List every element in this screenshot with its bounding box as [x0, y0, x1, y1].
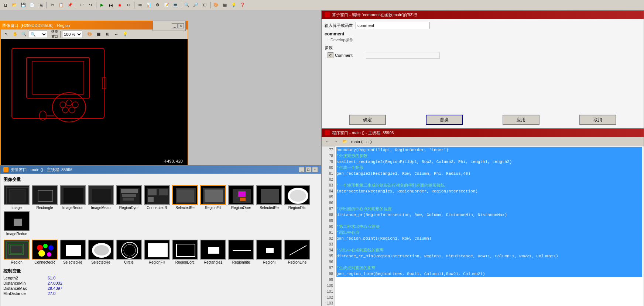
thumb-ImageReduc1[interactable]: ImageReduc — [59, 185, 86, 210]
thumb-Region[interactable]: Region — [3, 240, 30, 264]
zoom-select[interactable]: 🔍 — [29, 31, 47, 38]
undo-btn[interactable]: ↩ — [78, 1, 86, 9]
thumb-RegionDilc[interactable]: RegionDilc — [284, 185, 311, 210]
thumb-RegionBorc[interactable]: RegionBorc — [172, 240, 198, 264]
var-win-minimize[interactable]: _ — [299, 167, 305, 172]
var-win-maximize[interactable]: □ — [305, 167, 311, 172]
cut-btn[interactable]: ✂ — [48, 1, 56, 9]
filter-tool[interactable]: ▦ — [95, 30, 103, 38]
thumb-box-ImageMean[interactable] — [88, 185, 114, 205]
thumb-box-SelectedRe3[interactable] — [60, 240, 86, 260]
thumb-box-ConnectedR1[interactable] — [144, 185, 170, 205]
pointer-tool[interactable]: ↖ — [2, 30, 10, 38]
thumb-box-Circle[interactable] — [116, 240, 142, 260]
saveas-btn[interactable]: 📄 — [28, 1, 36, 9]
thumb-box-ConnectedR2[interactable] — [32, 240, 58, 260]
open-btn[interactable]: 📂 — [10, 1, 18, 9]
var-win-close[interactable]: × — [312, 167, 318, 172]
thumb-box-SelectedRe4[interactable] — [88, 240, 114, 260]
copy-btn[interactable]: 📋 — [57, 1, 65, 9]
light-btn[interactable]: 💡 — [230, 1, 238, 9]
light2-btn[interactable]: 💡 — [121, 30, 129, 38]
cancel-btn[interactable]: 取消 — [579, 115, 616, 125]
thumb-ConnectedR1[interactable]: ConnectedR — [144, 185, 170, 210]
thumb-box-SelectedRe1[interactable] — [172, 185, 198, 205]
prog-back-btn[interactable]: ← — [323, 138, 331, 146]
thumb-RegionI[interactable]: RegionI — [256, 240, 282, 264]
thumb-Circle[interactable]: Circle — [116, 240, 142, 264]
thumb-box-RegionLine[interactable] — [284, 240, 310, 260]
code-area[interactable]: boundary(RegionFillUp1, RegionBorder, 'i… — [335, 146, 644, 306]
apply-btn[interactable]: 应用 — [503, 115, 539, 125]
thumb-box-RegionInte[interactable] — [228, 240, 254, 260]
breakpoint-btn[interactable]: ⊙ — [124, 1, 133, 9]
thumb-SelectedRe2[interactable]: SelectedRe — [256, 185, 282, 210]
thumb-SelectedRe3[interactable]: SelectedRe — [59, 240, 86, 264]
operator-btn[interactable]: ⚙ — [154, 1, 162, 9]
zoom-out-btn[interactable]: 🔎 — [192, 1, 200, 9]
thumb-RegionLine[interactable]: RegionLine — [284, 240, 311, 264]
redo-btn[interactable]: ↪ — [86, 1, 95, 9]
thumb-box-Rectangle1[interactable] — [200, 240, 226, 260]
thumb-box-Image[interactable] — [4, 185, 30, 205]
color-btn[interactable]: 🎨 — [212, 1, 220, 9]
thumb-SelectedRe1[interactable]: SelectedRe — [172, 185, 198, 210]
prog-forward-btn[interactable]: → — [332, 138, 340, 146]
zoom-fit-btn[interactable]: ⊡ — [201, 1, 209, 9]
program-btn[interactable]: 💻 — [171, 1, 179, 9]
thumb-box-RegionDynI[interactable] — [116, 185, 142, 205]
assist-btn[interactable]: ❓ — [239, 1, 247, 9]
extra-btn1[interactable]: ⊞ — [103, 30, 112, 38]
variable-btn[interactable]: 📝 — [162, 1, 171, 9]
print-btn[interactable]: 🖨 — [37, 1, 45, 9]
save-btn[interactable]: 💾 — [19, 1, 27, 9]
thumb-SelectedRe4[interactable]: SelectedRe — [88, 240, 114, 264]
thumb-box-Region[interactable] — [4, 240, 30, 260]
collapsed-close[interactable]: × — [178, 23, 184, 28]
profile-btn[interactable]: 📊 — [145, 1, 153, 9]
thumb-box-RegionDilc[interactable] — [284, 185, 310, 205]
param-input-Comment[interactable] — [366, 52, 440, 59]
new-btn[interactable]: 🗋 — [1, 1, 10, 9]
thumb-Rectangle[interactable]: Rectangle — [31, 185, 58, 210]
zoom-in-btn[interactable]: 🔍 — [183, 1, 191, 9]
hand-tool[interactable]: ✋ — [11, 30, 19, 38]
watch-btn[interactable]: 👁 — [136, 1, 144, 9]
color-tool[interactable]: 🎨 — [86, 30, 94, 38]
replace-btn[interactable]: 普换 — [426, 115, 463, 125]
filter-btn[interactable]: ▦ — [221, 1, 229, 9]
paste-btn[interactable]: 📌 — [66, 1, 74, 9]
collapsed-min[interactable]: _ — [172, 23, 178, 28]
thumb-Image[interactable]: Image — [3, 185, 30, 210]
thumb-ImageMean[interactable]: ImageMean — [88, 185, 114, 210]
thumb-ImageReduc2[interactable]: ImageReduc — [3, 211, 30, 236]
code-line-103 — [336, 300, 642, 306]
zoom-percent-select[interactable]: 100 % — [62, 31, 82, 38]
extra-btn2[interactable]: ↔ — [112, 30, 120, 38]
prog-open-btn[interactable]: 📂 — [341, 138, 349, 146]
thumb-RegionDynI[interactable]: RegionDynI — [116, 185, 142, 210]
image-canvas[interactable]: ✛498, 420 — [1, 39, 188, 166]
thumb-RegionFill1[interactable]: RegionFill — [200, 185, 226, 210]
thumb-box-ImageReduc2[interactable] — [4, 211, 30, 231]
step-btn[interactable]: ⏭ — [107, 1, 115, 9]
thumb-box-RegionFill1[interactable] — [200, 185, 226, 205]
thumb-ConnectedR2[interactable]: ConnectedR — [31, 240, 58, 264]
thumb-box-RegionBorc[interactable] — [172, 240, 198, 260]
thumb-box-Rectangle[interactable] — [32, 185, 58, 205]
thumb-Rectangle1[interactable]: Rectangle1 — [200, 240, 226, 264]
thumb-box-RegionI[interactable] — [256, 240, 282, 260]
editor-input-field[interactable] — [356, 22, 429, 29]
stop-btn[interactable]: ■ — [116, 1, 124, 9]
thumb-box-SelectedRe2[interactable] — [256, 185, 282, 205]
zoom-tool[interactable]: 🔍 — [20, 30, 28, 38]
run-btn[interactable]: ▶ — [98, 1, 106, 9]
thumb-RegionInte[interactable]: RegionInte — [228, 240, 254, 264]
fit-window-btn[interactable]: 适应窗口 — [51, 30, 59, 38]
thumb-RegionFill2[interactable]: RegionFill — [144, 240, 170, 264]
confirm-btn[interactable]: 确定 — [349, 115, 386, 125]
thumb-box-ImageReduc1[interactable] — [60, 185, 86, 205]
thumb-RegionOper[interactable]: RegionOper — [228, 185, 254, 210]
thumb-box-RegionFill2[interactable] — [144, 240, 170, 260]
thumb-box-RegionOper[interactable] — [228, 185, 254, 205]
